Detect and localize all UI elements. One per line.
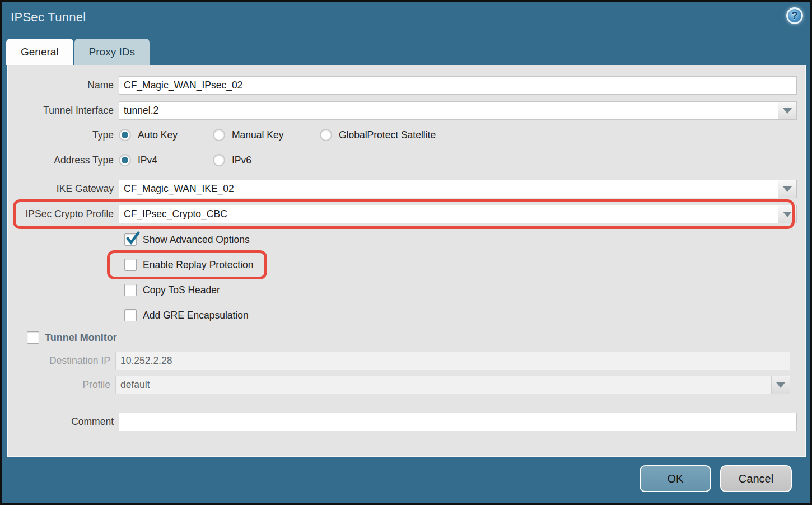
destination-ip-row: Destination IP [20,352,790,370]
profile-dropdown-button [771,376,790,394]
address-type-label: Address Type [8,155,119,166]
destination-ip-input [115,352,790,370]
show-advanced-options-checkbox[interactable]: Show Advanced Options [124,233,250,246]
radio-auto-key[interactable]: Auto Key [119,129,197,141]
checkmark-icon [124,230,141,247]
tunnel-monitor-section: Tunnel Monitor Destination IP Profile [20,331,796,403]
chevron-down-icon [783,186,792,192]
title-bar: IPSec Tunnel ? [2,2,810,37]
tab-bar: General Proxy IDs [6,39,150,65]
tunnel-interface-input[interactable] [119,102,778,119]
ike-gateway-label: IKE Gateway [8,183,119,195]
tunnel-monitor-legend: Tunnel Monitor [25,331,123,344]
radio-ipv4[interactable]: IPv4 [119,154,197,166]
ipsec-crypto-profile-dropdown-button[interactable] [778,205,796,223]
checkbox-icon [124,284,137,296]
chevron-down-icon [783,212,792,217]
ike-gateway-select[interactable] [119,180,797,198]
general-tab-panel: Name Tunnel Interface Type [7,65,806,457]
ipsec-crypto-profile-label: IPSec Crypto Profile [8,208,119,220]
radio-icon [213,154,225,166]
checkbox-icon [124,259,137,271]
radio-icon [213,129,225,141]
tunnel-monitor-label: Tunnel Monitor [45,332,117,344]
comment-row: Comment [8,413,797,431]
checkbox-icon [124,309,137,321]
cancel-button[interactable]: Cancel [720,465,792,492]
tab-proxy-ids[interactable]: Proxy IDs [74,39,150,65]
profile-input [116,376,771,394]
tunnel-interface-label: Tunnel Interface [8,105,119,116]
show-advanced-options-row: Show Advanced Options [124,233,805,246]
name-input[interactable] [119,76,797,95]
profile-row: Profile [20,376,790,394]
page-title: IPSec Tunnel [11,10,86,25]
tunnel-interface-dropdown-button[interactable] [778,102,796,119]
profile-label: Profile [20,379,115,391]
add-gre-encapsulation-checkbox[interactable]: Add GRE Encapsulation [124,309,249,321]
type-label: Type [8,129,119,141]
checkbox-icon [124,233,137,246]
chevron-down-icon [783,108,792,114]
ipsec-crypto-profile-row: IPSec Crypto Profile [8,205,797,223]
ike-gateway-dropdown-button[interactable] [778,180,796,198]
type-row: Type Auto Key Manual Key GlobalProtect S… [8,129,797,141]
comment-label: Comment [8,416,119,428]
tunnel-interface-row: Tunnel Interface [8,101,797,120]
help-icon[interactable]: ? [786,7,803,24]
enable-replay-protection-checkbox[interactable]: Enable Replay Protection [124,259,253,271]
profile-select [115,376,790,394]
tab-general[interactable]: General [6,39,73,65]
radio-globalprotect-satellite[interactable]: GlobalProtect Satellite [320,129,436,141]
radio-ipv6[interactable]: IPv6 [213,154,251,166]
copy-tos-header-checkbox[interactable]: Copy ToS Header [124,284,220,296]
name-label: Name [8,80,119,91]
ipsec-tunnel-dialog: IPSec Tunnel ? General Proxy IDs Name Tu… [0,0,812,505]
add-gre-encapsulation-row: Add GRE Encapsulation [124,309,805,321]
enable-replay-protection-row: Enable Replay Protection [124,259,805,271]
radio-icon [119,129,131,141]
radio-manual-key[interactable]: Manual Key [213,129,304,141]
ike-gateway-input[interactable] [119,180,778,198]
tunnel-monitor-checkbox[interactable] [27,331,39,344]
address-type-row: Address Type IPv4 IPv6 [8,154,797,166]
ok-button[interactable]: OK [640,465,711,492]
ike-gateway-row: IKE Gateway [8,180,797,198]
radio-icon [119,154,131,166]
comment-input[interactable] [119,413,797,431]
chevron-down-icon [776,382,785,388]
radio-icon [320,129,332,141]
tunnel-interface-select[interactable] [119,101,797,120]
copy-tos-header-row: Copy ToS Header [124,284,805,296]
footer-button-bar: OK Cancel [640,465,792,492]
name-row: Name [8,76,797,95]
ipsec-crypto-profile-input[interactable] [119,205,778,223]
destination-ip-label: Destination IP [20,355,115,367]
ipsec-crypto-profile-select[interactable] [119,205,797,223]
